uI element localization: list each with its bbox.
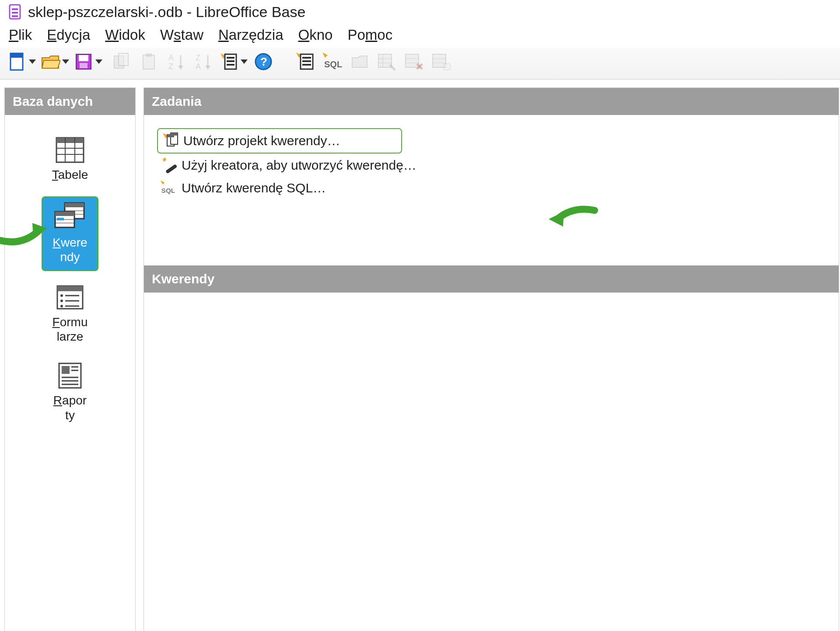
menu-narzedzia[interactable]: Narzędzia (218, 27, 284, 43)
svg-rect-50 (56, 138, 84, 143)
edit-table-button (374, 49, 399, 74)
sidebar-item-forms[interactable]: Formularze (42, 280, 98, 349)
task-label: Użyj kreatora, aby utworzyć kwerendę… (182, 158, 416, 173)
svg-rect-11 (119, 53, 128, 66)
task-create-query-design[interactable]: Utwórz projekt kwerendy… (157, 128, 402, 153)
chevron-down-icon (62, 59, 69, 64)
menu-wstaw[interactable]: Wstaw (160, 27, 203, 43)
menu-bar: Plik Edycja Widok Wstaw Narzędzia Okno P… (0, 24, 840, 48)
chevron-down-icon (95, 59, 102, 64)
tasks-header: Zadania (144, 88, 839, 115)
task-create-sql[interactable]: SQL Utwórz kwerendę SQL… (157, 177, 826, 199)
sql-icon: SQL (160, 179, 178, 197)
sort-asc-button: AZ (164, 49, 188, 74)
menu-widok[interactable]: Widok (105, 27, 145, 43)
task-label: Utwórz projekt kwerendy… (183, 133, 340, 148)
paste-button (136, 49, 161, 74)
queries-icon (52, 201, 88, 232)
svg-rect-73 (62, 366, 70, 374)
svg-marker-85 (163, 157, 166, 162)
open-folder-button (347, 49, 372, 74)
sql-button[interactable]: SQL (320, 49, 345, 74)
sidebar-item-queries[interactable]: Kwerendy (42, 196, 98, 271)
svg-rect-13 (146, 53, 152, 57)
rename-table-button (429, 49, 453, 74)
svg-text:SQL: SQL (161, 187, 175, 194)
menu-plik[interactable]: Plik (9, 27, 32, 43)
svg-rect-60 (55, 212, 74, 216)
queries-header: Kwerendy (144, 265, 839, 293)
reports-icon (55, 362, 85, 390)
svg-marker-17 (178, 66, 183, 70)
tasks-panel: Utwórz projekt kwerendy… Użyj kreatora, … (144, 115, 839, 265)
query-design-icon (161, 132, 180, 150)
svg-text:SQL: SQL (324, 59, 342, 69)
title-bar: sklep-pszczelarski-.odb - LibreOffice Ba… (0, 0, 840, 24)
task-use-wizard[interactable]: Użyj kreatora, aby utworzyć kwerendę… (157, 154, 826, 176)
help-button[interactable]: ? (251, 49, 276, 74)
svg-rect-2 (12, 12, 18, 14)
svg-marker-21 (205, 66, 210, 70)
menu-pomoc[interactable]: Pomoc (347, 27, 392, 43)
menu-okno[interactable]: Okno (298, 27, 333, 43)
copy-button (109, 49, 134, 74)
svg-rect-65 (57, 286, 83, 291)
svg-rect-3 (12, 15, 18, 17)
svg-point-66 (60, 294, 63, 297)
sidebar-item-label: Kwerendy (52, 235, 87, 265)
sidebar-item-tables[interactable]: Tabele (42, 132, 98, 188)
sidebar-item-label: Formularze (52, 315, 88, 344)
sidebar-item-label: Tabele (52, 167, 88, 182)
svg-rect-48 (444, 64, 450, 70)
libreoffice-base-icon (9, 4, 23, 21)
delete-table-button (402, 49, 426, 74)
svg-rect-83 (171, 133, 178, 136)
svg-point-68 (60, 300, 63, 302)
svg-rect-56 (65, 203, 84, 207)
sort-desc-button: ZA (191, 49, 215, 74)
sidebar-item-label: Raporty (53, 393, 87, 422)
svg-text:A: A (168, 53, 174, 62)
svg-rect-26 (227, 64, 234, 66)
svg-rect-32 (302, 60, 311, 62)
database-sidebar-header: Baza danych (5, 88, 135, 115)
svg-rect-40 (406, 54, 419, 67)
svg-rect-12 (143, 55, 154, 69)
svg-text:Z: Z (168, 62, 173, 71)
new-form-button[interactable] (218, 49, 248, 74)
task-label: Utwórz kwerendę SQL… (182, 181, 326, 195)
database-sidebar: Baza danych Tabele (4, 87, 136, 631)
svg-rect-8 (79, 55, 88, 61)
forms-icon (55, 283, 85, 311)
save-button[interactable] (73, 49, 103, 74)
chevron-down-icon (241, 59, 248, 64)
svg-text:A: A (196, 62, 201, 71)
queries-panel (144, 293, 839, 631)
svg-rect-33 (302, 64, 311, 66)
svg-rect-31 (302, 57, 311, 59)
new-form-2-button[interactable] (293, 49, 318, 74)
svg-rect-24 (227, 57, 234, 59)
menu-edycja[interactable]: Edycja (47, 27, 90, 43)
svg-marker-86 (161, 181, 165, 185)
table-icon (55, 136, 85, 164)
wizard-icon (160, 156, 178, 174)
toolbar: AZ ZA ? SQL (0, 48, 840, 80)
window-title: sklep-pszczelarski-.odb - LibreOffice Ba… (28, 3, 305, 21)
svg-rect-63 (57, 218, 64, 220)
svg-rect-9 (80, 63, 88, 68)
open-button[interactable] (39, 49, 70, 74)
svg-point-70 (60, 305, 63, 307)
svg-text:?: ? (260, 55, 267, 68)
svg-rect-1 (12, 8, 18, 10)
new-document-button[interactable] (6, 49, 37, 74)
svg-rect-25 (227, 60, 234, 62)
svg-marker-34 (322, 52, 328, 58)
svg-text:Z: Z (196, 53, 200, 62)
svg-rect-84 (165, 164, 178, 174)
sidebar-item-reports[interactable]: Raporty (42, 358, 98, 428)
chevron-down-icon (29, 59, 36, 64)
